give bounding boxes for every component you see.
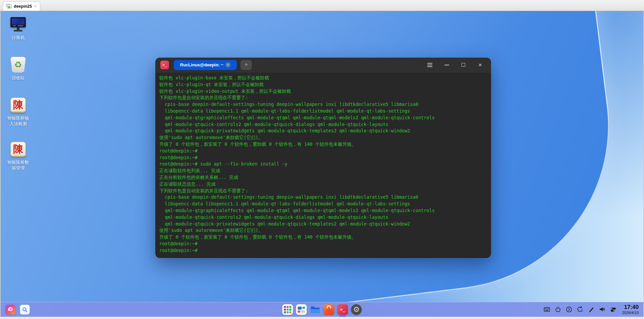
terminal-icon: >_ — [337, 304, 348, 315]
terminal-line: root@deepin:~# — [159, 247, 487, 254]
dock-toggle-icon[interactable] — [610, 306, 616, 313]
desktop-icon-label: 智能陈桥输入法检测 — [5, 115, 31, 127]
vm-console-icon — [6, 4, 12, 9]
clock-time: 17:40 — [622, 304, 639, 310]
chenqiao-data-icon: 陳 — [10, 142, 26, 157]
grand-search-icon[interactable] — [20, 305, 30, 315]
chenqiao-ime-icon: 陳 — [10, 98, 26, 113]
dock-multitasking-view[interactable] — [296, 302, 307, 317]
terminal-output[interactable]: 软件包 vlc-plugin-base 未安装，所以不会被卸载软件包 vlc-p… — [155, 72, 491, 258]
update-icon[interactable] — [577, 306, 583, 313]
maximize-button[interactable] — [459, 60, 468, 70]
terminal-window: >_ RucLinux@deepin: ~ × + × 软件包 vlc-plug… — [155, 58, 491, 258]
app-store-icon — [324, 304, 334, 315]
computer-icon — [9, 17, 27, 33]
desktop-icon-chenqiao-data-manager[interactable]: 陳 智能陈桥数据管理 — [4, 142, 32, 171]
multitasking-icon — [296, 304, 307, 315]
desktop-icon-recycle-bin[interactable]: ♻ 回收站 — [4, 57, 32, 81]
clock-date: 2026/4/10 — [622, 311, 639, 315]
terminal-line: qml-module-qtquick-privatewidgets qml-mo… — [159, 221, 487, 228]
terminal-line: libopencc-data libopencc1.1 qml-module-q… — [159, 108, 487, 115]
notification-chevron-icon[interactable] — [566, 306, 572, 313]
vm-tab-close-icon[interactable]: × — [34, 4, 37, 8]
terminal-tab[interactable]: RucLinux@deepin: ~ × — [174, 60, 237, 70]
app-grid-icon — [282, 304, 293, 315]
dock-file-manager[interactable] — [310, 302, 321, 317]
terminal-line: qml-module-qtgraphicaleffects qml-module… — [159, 115, 487, 121]
terminal-line: cpis-base deepin-default-settings-tuning… — [159, 101, 487, 108]
vm-viewer-window: deepin25 × 计算机 ♻ 回收站 陳 智能陈桥输入法检测 — [0, 0, 644, 319]
terminal-line: 升级了 0 个软件包，新安装了 0 个软件包，要卸载 0 个软件包，有 140 … — [159, 234, 487, 241]
maximize-icon — [462, 63, 465, 67]
terminal-line: 软件包 vlc-plugin-qt 未安装，所以不会被卸载 — [159, 81, 487, 88]
terminal-line: qml-module-qtquick-controls2 qml-module-… — [159, 214, 487, 221]
clock[interactable]: 17:40 2026/4/10 — [622, 304, 639, 315]
control-center-gear-icon: ⚙ — [351, 304, 362, 315]
terminal-line: 正在读取软件包列表... 完成 — [159, 168, 487, 174]
terminal-line: cpis-base deepin-default-settings-tuning… — [159, 194, 487, 201]
desktop-icon-label: 智能陈桥数据管理 — [5, 160, 31, 171]
desktop-icon-label: 回收站 — [5, 75, 31, 81]
terminal-line: root@deepin:~# — [159, 241, 487, 247]
terminal-line: 使用'sudo apt autoremove'来卸载它(它们)。 — [159, 134, 487, 141]
dock-center: >_ ⚙ — [282, 302, 362, 317]
screenshot-pen-icon[interactable] — [588, 306, 594, 313]
dock-control-center[interactable]: ⚙ — [351, 302, 362, 317]
menu-button[interactable] — [425, 60, 435, 70]
dock-terminal[interactable]: >_ — [337, 302, 348, 317]
dock-app-store[interactable] — [323, 302, 335, 317]
system-tray: 17:40 2026/4/10 — [543, 304, 643, 315]
terminal-line: libopencc-data libopencc1.1 qml-module-q… — [159, 201, 487, 207]
hamburger-icon — [427, 65, 432, 65]
terminal-line: 软件包 vlc-plugin-video-output 未安装，所以不会被卸载 — [159, 88, 487, 95]
window-frame-bottom — [0, 317, 644, 319]
terminal-line: qml-module-qtgraphicaleffects qml-module… — [159, 207, 487, 214]
volume-icon[interactable] — [599, 306, 605, 313]
terminal-line: 正在读取状态信息... 完成 — [159, 181, 487, 188]
launcher-icon[interactable] — [5, 305, 15, 315]
desktop-icon-computer[interactable]: 计算机 — [4, 17, 32, 41]
desktop: 计算机 ♻ 回收站 陳 智能陈桥输入法检测 陳 智能陈桥数据管理 >_ — [1, 11, 643, 317]
terminal-app-icon: >_ — [160, 61, 169, 69]
minimize-button[interactable] — [442, 60, 451, 70]
terminal-line: 正在分析软件包的依赖关系树... 完成 — [159, 174, 487, 181]
terminal-titlebar[interactable]: >_ RucLinux@deepin: ~ × + × — [155, 58, 491, 72]
file-manager-icon — [310, 304, 321, 315]
desktop-icon-label: 计算机 — [5, 35, 31, 41]
dock-app-grid[interactable] — [282, 302, 293, 317]
taskbar: >_ ⚙ — [1, 302, 643, 317]
terminal-line: 升级了 0 个软件包，新安装了 0 个软件包，要卸载 0 个软件包，有 140 … — [159, 141, 487, 148]
close-icon: × — [478, 62, 482, 68]
recycle-bin-icon: ♻ — [10, 57, 26, 73]
terminal-line: root@deepin:~# sudo apt --fix-broken ins… — [159, 161, 487, 168]
terminal-line: root@deepin:~# — [159, 148, 487, 154]
vm-tabbar: deepin25 × — [0, 0, 644, 11]
terminal-line: 下列软件包是自动安装的并且现在不需要了: — [159, 94, 487, 101]
vm-tab-label: deepin25 — [14, 4, 32, 9]
terminal-line: qml-module-qtquick-controls2 qml-module-… — [159, 121, 487, 128]
terminal-tab-title: RucLinux@deepin: ~ — [180, 62, 223, 67]
minimize-icon — [444, 65, 449, 65]
vm-tab-deepin25[interactable]: deepin25 × — [3, 1, 40, 11]
new-tab-button[interactable]: + — [240, 60, 252, 70]
desktop-icon-chenqiao-ime-check[interactable]: 陳 智能陈桥输入法检测 — [4, 98, 32, 127]
terminal-line: 使用'sudo apt autoremove'来卸载它(它们)。 — [159, 227, 487, 234]
terminal-line: 下列软件包是自动安装的并且现在不需要了: — [159, 188, 487, 194]
power-icon[interactable] — [554, 306, 561, 313]
terminal-line: 软件包 vlc-plugin-base 未安装，所以不会被卸载 — [159, 75, 487, 81]
keyboard-icon[interactable] — [543, 306, 550, 313]
terminal-line: root@deepin:~# — [159, 154, 487, 161]
terminal-line: qml-module-qtquick-privatewidgets qml-mo… — [159, 128, 487, 134]
window-frame-left — [0, 11, 1, 319]
terminal-tab-close-icon[interactable]: × — [225, 62, 230, 67]
close-button[interactable]: × — [475, 60, 485, 70]
